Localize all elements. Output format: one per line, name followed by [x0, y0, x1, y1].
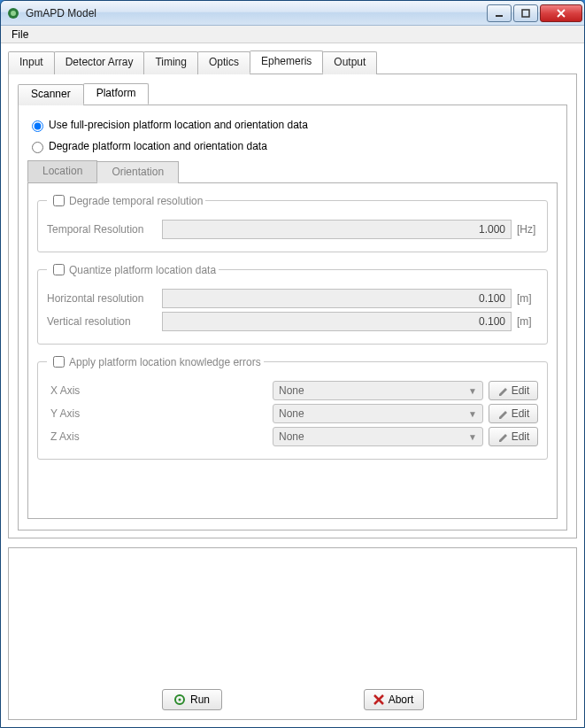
minimize-icon	[495, 9, 504, 18]
tab-optics[interactable]: Optics	[197, 51, 250, 74]
svg-rect-3	[522, 10, 529, 17]
input-horizontal-resolution[interactable]	[162, 289, 512, 308]
radio-degrade[interactable]	[32, 142, 43, 153]
label-y-axis: Y Axis	[47, 407, 100, 420]
chevron-down-icon: ▼	[468, 386, 477, 396]
log-area	[9, 548, 576, 682]
close-button[interactable]	[540, 4, 582, 22]
checkbox-degrade-temporal[interactable]	[53, 195, 65, 206]
label-x-axis: X Axis	[47, 384, 100, 397]
pencil-icon	[497, 408, 508, 419]
titlebar[interactable]: GmAPD Model	[1, 1, 584, 26]
tab-output[interactable]: Output	[322, 51, 377, 74]
inner-tabs: Scanner Platform	[18, 83, 567, 105]
radio-full-precision-row: Use full-precision platform location and…	[27, 118, 558, 132]
input-temporal-resolution[interactable]	[162, 220, 512, 239]
chevron-down-icon: ▼	[468, 409, 477, 419]
group-temporal: Degrade temporal resolution Temporal Res…	[37, 192, 548, 252]
location-panel: Degrade temporal resolution Temporal Res…	[27, 182, 558, 519]
run-button[interactable]: Run	[162, 689, 222, 710]
select-z-axis[interactable]: None▼	[273, 427, 483, 446]
ephemeris-panel: Scanner Platform Use full-precision plat…	[8, 74, 577, 538]
label-vertical-resolution: Vertical resolution	[47, 315, 162, 328]
checkbox-quantize[interactable]	[53, 264, 65, 275]
pencil-icon	[497, 385, 508, 396]
legend-errors: Apply platform location knowledge errors	[69, 356, 261, 368]
unit-m-h: [m]	[512, 292, 538, 305]
legend-quantize: Quantize platform location data	[69, 264, 216, 276]
tab-location[interactable]: Location	[27, 160, 97, 182]
action-buttons: Run Abort	[9, 682, 576, 719]
close-icon	[557, 9, 566, 18]
tab-detector-array[interactable]: Detector Array	[54, 51, 145, 74]
maximize-button[interactable]	[513, 4, 538, 22]
label-temporal-resolution: Temporal Resolution	[47, 223, 162, 236]
tab-timing[interactable]: Timing	[143, 51, 198, 74]
pencil-icon	[497, 431, 508, 442]
tab-ephemeris[interactable]: Ephemeris	[250, 50, 323, 74]
chevron-down-icon: ▼	[468, 432, 477, 442]
label-horizontal-resolution: Horizontal resolution	[47, 292, 162, 305]
input-vertical-resolution[interactable]	[162, 312, 512, 331]
tab-input[interactable]: Input	[8, 51, 55, 74]
gear-icon	[173, 693, 186, 706]
platform-panel: Use full-precision platform location and…	[18, 105, 567, 531]
select-x-axis[interactable]: None▼	[273, 381, 483, 400]
unit-hz: [Hz]	[512, 223, 538, 236]
abort-button[interactable]: Abort	[364, 689, 424, 710]
window-title: GmAPD Model	[26, 7, 485, 19]
label-z-axis: Z Axis	[47, 430, 100, 443]
radio-full-precision[interactable]	[32, 120, 43, 132]
tab-orientation[interactable]: Orientation	[96, 161, 179, 183]
select-y-axis[interactable]: None▼	[273, 404, 483, 423]
svg-rect-2	[496, 15, 503, 17]
main-tabs: Input Detector Array Timing Optics Ephem…	[8, 50, 577, 74]
minimize-button[interactable]	[487, 4, 512, 22]
radio-degrade-row: Degrade platform location and orientatio…	[27, 139, 558, 153]
edit-y-button[interactable]: Edit	[489, 404, 538, 423]
tab-platform[interactable]: Platform	[83, 83, 150, 105]
client-area: Input Detector Array Timing Optics Ephem…	[1, 43, 584, 727]
app-window: GmAPD Model File Input Detector Array Ti…	[0, 0, 585, 728]
menubar: File	[1, 26, 584, 43]
group-errors: Apply platform location knowledge errors…	[37, 353, 548, 460]
menu-file[interactable]: File	[4, 27, 35, 43]
svg-point-1	[11, 11, 16, 16]
bottom-panel: Run Abort	[8, 547, 577, 720]
radio-full-precision-label: Use full-precision platform location and…	[49, 119, 308, 131]
tab-scanner[interactable]: Scanner	[18, 84, 84, 105]
checkbox-errors[interactable]	[53, 356, 65, 368]
maximize-icon	[521, 9, 530, 18]
unit-m-v: [m]	[512, 315, 538, 328]
x-icon	[373, 694, 384, 705]
group-quantize: Quantize platform location data Horizont…	[37, 261, 548, 345]
edit-x-button[interactable]: Edit	[489, 381, 538, 400]
svg-point-5	[178, 699, 181, 701]
edit-z-button[interactable]: Edit	[489, 427, 538, 446]
radio-degrade-label: Degrade platform location and orientatio…	[49, 140, 267, 152]
legend-degrade-temporal: Degrade temporal resolution	[69, 195, 203, 207]
sub-tabs: Location Orientation	[27, 160, 558, 182]
app-icon	[6, 6, 20, 20]
